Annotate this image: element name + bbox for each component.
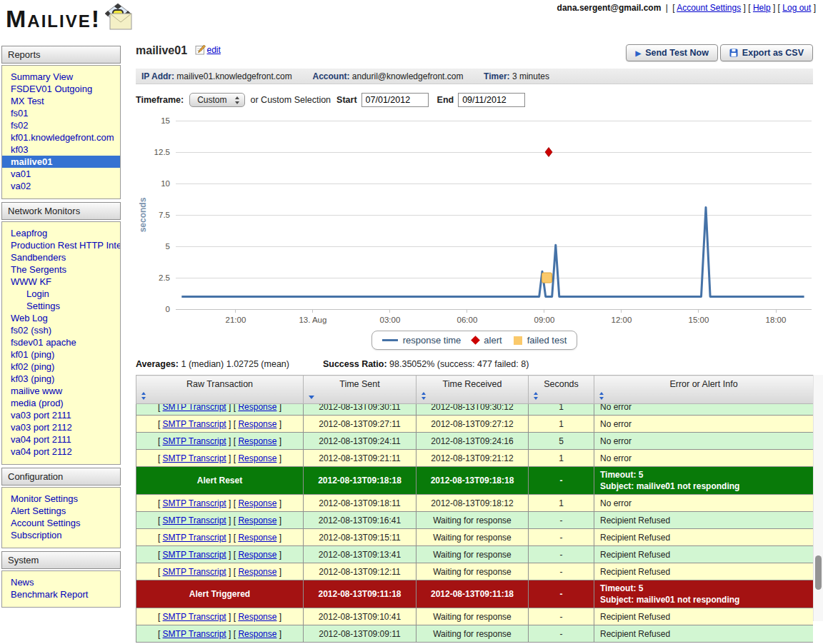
mailive-logo[interactable]: Mailive! [6,6,134,31]
send-test-now-label: Send Test Now [645,48,709,58]
account-settings-link-wrap: Account Settings [672,3,746,13]
sidebar-item-mx-test[interactable]: MX Test [2,95,120,107]
smtp-transcript-link[interactable]: SMTP Transcript [163,498,226,508]
sidebar-item-login[interactable]: Login [2,288,120,300]
end-date-input[interactable] [458,93,525,107]
logout-link[interactable]: Log out [782,3,811,13]
smtp-transcript-link[interactable]: SMTP Transcript [163,419,226,429]
sidebar-item-kf03[interactable]: kf03 [2,144,120,156]
sidebar-item-mailive-www[interactable]: mailive www [2,385,120,397]
error-info-cell: No error [594,416,814,433]
timeframe-select[interactable]: Custom [189,93,244,107]
transactions-header-row: Raw TransactionTime SentTime ReceivedSec… [136,376,814,404]
column-header-seconds[interactable]: Seconds [529,376,594,404]
sidebar-item-media-prod[interactable]: media (prod) [2,397,120,409]
sidebar-item-va04-port-2111[interactable]: va04 port 2111 [2,433,120,446]
sidebar-item-fsdev01-apache[interactable]: fsdev01 apache [2,336,120,348]
transactions-scroll-region[interactable]: SMTP Transcript Response2012-08-13T09:30… [136,404,813,644]
account-settings-link[interactable]: Account Settings [677,3,741,13]
sort-both-icon[interactable] [141,392,146,400]
response-link[interactable]: Response [238,629,276,639]
sidebar-item-fsdev01-outgoing[interactable]: FSDEV01 Outgoing [2,83,120,95]
column-label: Raw Transaction [136,379,303,389]
column-header-time-sent[interactable]: Time Sent [304,376,417,404]
sidebar-item-www-kf[interactable]: WWW KF [2,276,120,288]
sidebar-item-kf01-knowledgefront-com[interactable]: kf01.knowledgefront.com [2,131,120,144]
response-link[interactable]: Response [238,404,276,412]
smtp-transcript-link[interactable]: SMTP Transcript [163,436,226,446]
response-link[interactable]: Response [238,550,276,560]
select-arrows-icon [235,96,240,104]
sidebar-item-va04-port-2112[interactable]: va04 port 2112 [2,446,120,458]
table-scrollbar-thumb[interactable] [815,555,822,590]
legend-item-failed-test[interactable]: failed test [514,335,567,346]
sidebar-section-configuration[interactable]: Configuration [1,468,121,485]
sidebar-item-summary-view[interactable]: Summary View [2,71,120,83]
sidebar-item-subscription[interactable]: Subscription [2,529,120,541]
sidebar-item-fs01[interactable]: fs01 [2,107,120,119]
help-link[interactable]: Help [753,3,771,13]
time-sent-cell: 2012-08-13T09:13:41 [304,546,417,563]
smtp-transcript-link[interactable]: SMTP Transcript [163,612,226,622]
response-link[interactable]: Response [238,567,276,577]
legend-item-response-time[interactable]: response time [382,335,462,346]
smtp-transcript-link[interactable]: SMTP Transcript [163,567,226,577]
sidebar-item-benchmark-report[interactable]: Benchmark Report [2,588,120,600]
column-label: Time Received [417,379,528,389]
response-link[interactable]: Response [238,498,276,508]
response-link[interactable]: Response [238,419,276,429]
smtp-transcript-link[interactable]: SMTP Transcript [163,453,226,463]
sidebar-item-web-log[interactable]: Web Log [2,312,120,324]
sidebar-item-account-settings[interactable]: Account Settings [2,517,120,529]
response-link[interactable]: Response [238,453,276,463]
sidebar-item-kf02-ping[interactable]: kf02 (ping) [2,361,120,373]
column-header-time-received[interactable]: Time Received [417,376,529,404]
seconds-cell: - [529,512,594,529]
sidebar-item-sandbenders[interactable]: Sandbenders [2,251,120,263]
sidebar-item-fs02-ssh[interactable]: fs02 (ssh) [2,324,120,336]
edit-link[interactable]: edit [207,45,221,55]
response-link[interactable]: Response [238,515,276,525]
stats-row: Averages: 1 (median) 1.02725 (mean) Succ… [136,359,813,371]
sidebar-item-leapfrog[interactable]: Leapfrog [2,227,120,239]
sidebar-item-alert-settings[interactable]: Alert Settings [2,505,120,517]
sidebar-section-reports[interactable]: Reports [1,46,121,64]
response-link[interactable]: Response [238,533,276,543]
smtp-transcript-link[interactable]: SMTP Transcript [163,515,226,525]
sidebar-section-network-monitors[interactable]: Network Monitors [1,202,121,220]
sidebar-item-monitor-settings[interactable]: Monitor Settings [2,493,120,505]
sidebar-item-the-sergents[interactable]: The Sergents [2,263,120,276]
sidebar-list-configuration: Monitor SettingsAlert SettingsAccount Se… [1,487,121,548]
export-csv-button[interactable]: Export as CSV [720,44,813,61]
start-date-input[interactable] [361,93,429,107]
sidebar-item-kf01-ping[interactable]: kf01 (ping) [2,348,120,361]
column-header-error-or-alert-info[interactable]: Error or Alert Info [594,376,814,404]
sidebar-item-mailive01[interactable]: mailive01 [2,156,120,168]
smtp-transcript-link[interactable]: SMTP Transcript [163,550,226,560]
smtp-transcript-link[interactable]: SMTP Transcript [163,533,226,543]
sidebar-item-va01[interactable]: va01 [2,168,120,180]
table-scrollbar-track[interactable] [813,375,823,621]
sidebar-item-va03-port-2111[interactable]: va03 port 2111 [2,409,120,421]
sort-both-icon[interactable] [422,392,427,400]
smtp-transcript-link[interactable]: SMTP Transcript [163,629,226,639]
sidebar-item-va03-port-2112[interactable]: va03 port 2112 [2,421,120,433]
sidebar-section-system[interactable]: System [1,551,121,569]
column-header-raw-transaction[interactable]: Raw Transaction [136,376,304,404]
sidebar-item-fs02[interactable]: fs02 [2,119,120,131]
sort-desc-icon[interactable] [309,396,314,399]
send-test-now-button[interactable]: ▶ Send Test Now [626,44,717,61]
sort-both-icon[interactable] [534,392,539,400]
response-link[interactable]: Response [238,436,276,446]
smtp-transcript-link[interactable]: SMTP Transcript [163,404,226,412]
sidebar-item-news[interactable]: News [2,576,120,588]
response-link[interactable]: Response [238,612,276,622]
edit-control[interactable]: edit [195,45,221,55]
response-link-wrap: Response [234,498,281,508]
legend-item-alert[interactable]: alert [472,335,502,346]
sidebar-item-settings[interactable]: Settings [2,300,120,312]
sidebar-item-va02[interactable]: va02 [2,180,120,192]
sidebar-item-production-rest-http-interf[interactable]: Production Rest HTTP Interf [2,239,120,251]
sidebar-item-kf03-ping[interactable]: kf03 (ping) [2,373,120,385]
sort-both-icon[interactable] [599,392,604,400]
